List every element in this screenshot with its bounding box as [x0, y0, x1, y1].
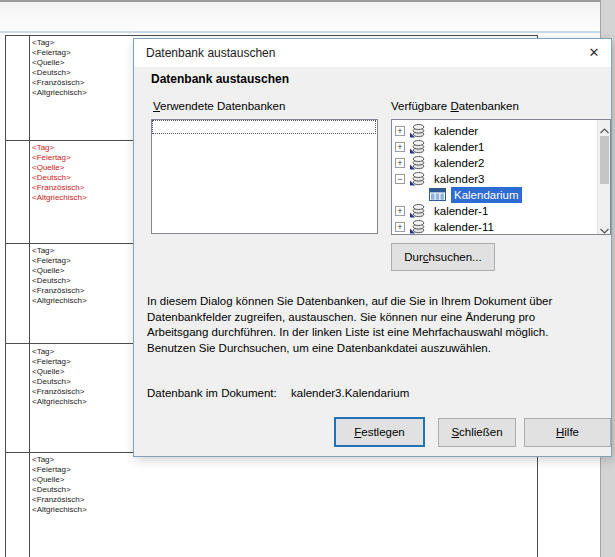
field-placeholder-group: <Tag> <Feiertag> <Quelle> <Deutsch> <Fra… — [32, 455, 87, 515]
available-databases-tree[interactable]: + kalender + kalender1 + kalender2 − kal… — [391, 119, 611, 235]
toolbar-strip — [0, 0, 615, 33]
database-icon — [409, 220, 426, 236]
table-icon — [429, 188, 446, 203]
tree-item-label: kalender-1 — [434, 203, 488, 219]
browse-button[interactable]: Durchsuchen... — [391, 243, 495, 271]
database-icon — [409, 140, 426, 156]
help-button[interactable]: Hilfe — [524, 418, 611, 447]
tree-item-kalendarium[interactable]: Kalendarium — [392, 187, 595, 203]
tree-item-kalender-1[interactable]: + kalender-1 — [392, 203, 595, 219]
expand-icon[interactable]: + — [395, 158, 405, 168]
tree-item-kalender-11[interactable]: + kalender-11 — [392, 219, 595, 235]
tree-item-label-selected: Kalendarium — [451, 187, 522, 203]
dialog-titlebar[interactable]: Datenbank austauschen ✕ — [134, 39, 611, 67]
expand-icon[interactable]: + — [395, 126, 405, 136]
tree-item-kalender3[interactable]: − kalender3 — [392, 171, 595, 187]
dialog-title: Datenbank austauschen — [146, 46, 275, 60]
expand-icon[interactable]: + — [395, 206, 405, 216]
tree-item-kalender[interactable]: + kalender — [392, 123, 595, 139]
list-focus-row[interactable] — [153, 121, 375, 133]
used-databases-label: Verwendete Datenbanken — [153, 100, 285, 112]
tree-item-label: kalender3 — [434, 171, 485, 187]
tree-item-label: kalender1 — [434, 139, 485, 155]
expand-icon[interactable]: + — [395, 142, 405, 152]
database-icon — [409, 124, 426, 140]
database-in-document-value: kalender3.Kalendarium — [291, 387, 409, 399]
field-placeholder-group: <Tag> <Feiertag> <Quelle> <Deutsch> <Fra… — [32, 246, 87, 306]
scroll-down-icon[interactable] — [598, 220, 611, 234]
tree-item-kalender1[interactable]: + kalender1 — [392, 139, 595, 155]
collapse-icon[interactable]: − — [395, 174, 405, 184]
scrollbar-thumb[interactable] — [600, 136, 609, 184]
close-icon[interactable]: ✕ — [585, 44, 603, 62]
apply-button[interactable]: Festlegen — [334, 417, 425, 447]
used-databases-list[interactable] — [151, 119, 378, 234]
table-border-left — [5, 35, 6, 557]
database-in-document-label: Datenbank im Dokument: — [147, 387, 277, 399]
dialog-heading: Datenbank austauschen — [151, 72, 289, 86]
tree-item-label: kalender2 — [434, 155, 485, 171]
table-column-divider — [29, 35, 30, 557]
field-placeholder-group: <Tag> <Feiertag> <Quelle> <Deutsch> <Fra… — [32, 143, 87, 203]
exchange-database-dialog: Datenbank austauschen ✕ Datenbank austau… — [133, 38, 612, 457]
available-databases-label: Verfügbare Datenbanken — [391, 100, 519, 112]
tree-item-label: kalender — [434, 123, 478, 139]
expand-icon[interactable]: + — [395, 222, 405, 232]
table-row-border — [5, 35, 538, 36]
application-window: <Tag> <Feiertag> <Quelle> <Deutsch> <Fra… — [0, 0, 615, 557]
database-icon — [409, 156, 426, 172]
dialog-description: In diesem Dialog können Sie Datenbanken,… — [147, 294, 552, 356]
field-placeholder-group: <Tag> <Feiertag> <Quelle> <Deutsch> <Fra… — [32, 347, 87, 407]
field-placeholder-group: <Tag> <Feiertag> <Quelle> <Deutsch> <Fra… — [32, 38, 87, 98]
scroll-up-icon[interactable] — [598, 120, 611, 134]
database-icon — [409, 204, 426, 220]
tree-item-kalender2[interactable]: + kalender2 — [392, 155, 595, 171]
database-icon — [409, 172, 426, 188]
close-button[interactable]: Schließen — [438, 418, 516, 447]
tree-item-label: kalender-11 — [434, 219, 494, 235]
tree-scrollbar[interactable] — [597, 120, 610, 234]
